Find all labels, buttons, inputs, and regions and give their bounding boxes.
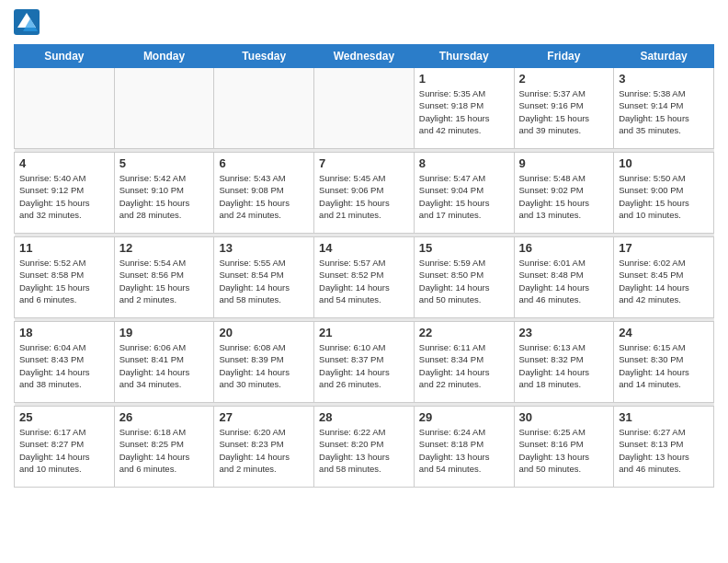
calendar-day-cell: 29Sunrise: 6:24 AMSunset: 8:18 PMDayligh…: [414, 407, 514, 488]
col-friday: Friday: [514, 45, 614, 68]
day-number: 28: [319, 410, 409, 424]
calendar-week-row: 1Sunrise: 5:35 AMSunset: 9:18 PMDaylight…: [15, 68, 714, 149]
day-number: 31: [619, 410, 709, 424]
calendar-day-cell: [114, 68, 214, 149]
day-info: Sunrise: 6:27 AMSunset: 8:13 PMDaylight:…: [619, 426, 709, 475]
day-info: Sunrise: 5:40 AMSunset: 9:12 PMDaylight:…: [19, 172, 109, 221]
day-info: Sunrise: 6:04 AMSunset: 8:43 PMDaylight:…: [19, 341, 109, 390]
calendar-day-cell: 8Sunrise: 5:47 AMSunset: 9:04 PMDaylight…: [414, 153, 514, 234]
calendar-day-cell: 22Sunrise: 6:11 AMSunset: 8:34 PMDayligh…: [414, 322, 514, 403]
day-info: Sunrise: 6:20 AMSunset: 8:23 PMDaylight:…: [219, 426, 309, 475]
calendar-day-cell: 19Sunrise: 6:06 AMSunset: 8:41 PMDayligh…: [114, 322, 214, 403]
calendar-day-cell: [15, 68, 115, 149]
day-info: Sunrise: 6:11 AMSunset: 8:34 PMDaylight:…: [419, 341, 509, 390]
calendar-day-cell: 6Sunrise: 5:43 AMSunset: 9:08 PMDaylight…: [214, 153, 314, 234]
day-info: Sunrise: 5:45 AMSunset: 9:06 PMDaylight:…: [319, 172, 409, 221]
calendar-day-cell: 17Sunrise: 6:02 AMSunset: 8:45 PMDayligh…: [614, 237, 714, 318]
calendar-day-cell: 9Sunrise: 5:48 AMSunset: 9:02 PMDaylight…: [514, 153, 614, 234]
day-number: 25: [19, 410, 109, 424]
day-number: 2: [519, 72, 609, 86]
calendar-day-cell: 3Sunrise: 5:38 AMSunset: 9:14 PMDaylight…: [614, 68, 714, 149]
day-info: Sunrise: 5:42 AMSunset: 9:10 PMDaylight:…: [119, 172, 210, 221]
col-thursday: Thursday: [414, 45, 514, 68]
calendar-day-cell: 7Sunrise: 5:45 AMSunset: 9:06 PMDaylight…: [314, 153, 415, 234]
day-number: 15: [419, 241, 509, 255]
day-number: 13: [219, 241, 309, 255]
day-number: 10: [619, 156, 709, 170]
day-number: 9: [519, 156, 609, 170]
calendar-day-cell: 11Sunrise: 5:52 AMSunset: 8:58 PMDayligh…: [15, 237, 115, 318]
day-info: Sunrise: 5:57 AMSunset: 8:52 PMDaylight:…: [319, 257, 409, 305]
day-number: 8: [419, 156, 509, 170]
calendar-day-cell: 14Sunrise: 5:57 AMSunset: 8:52 PMDayligh…: [314, 237, 415, 318]
day-info: Sunrise: 6:10 AMSunset: 8:37 PMDaylight:…: [319, 341, 409, 390]
day-number: 7: [319, 156, 409, 170]
day-number: 12: [119, 241, 210, 255]
col-saturday: Saturday: [614, 45, 714, 68]
day-info: Sunrise: 6:01 AMSunset: 8:48 PMDaylight:…: [519, 257, 609, 305]
calendar-day-cell: 4Sunrise: 5:40 AMSunset: 9:12 PMDaylight…: [15, 153, 115, 234]
day-info: Sunrise: 5:50 AMSunset: 9:00 PMDaylight:…: [619, 172, 709, 221]
day-info: Sunrise: 6:08 AMSunset: 8:39 PMDaylight:…: [219, 341, 309, 390]
day-number: 1: [419, 72, 509, 86]
calendar-day-cell: 2Sunrise: 5:37 AMSunset: 9:16 PMDaylight…: [514, 68, 614, 149]
day-info: Sunrise: 6:02 AMSunset: 8:45 PMDaylight:…: [619, 257, 709, 305]
calendar-day-cell: 1Sunrise: 5:35 AMSunset: 9:18 PMDaylight…: [414, 68, 514, 149]
calendar-day-cell: 27Sunrise: 6:20 AMSunset: 8:23 PMDayligh…: [214, 407, 314, 488]
day-number: 17: [619, 241, 709, 255]
logo: [14, 9, 43, 35]
day-number: 3: [619, 72, 709, 86]
col-tuesday: Tuesday: [214, 45, 314, 68]
calendar-day-cell: 26Sunrise: 6:18 AMSunset: 8:25 PMDayligh…: [114, 407, 214, 488]
page-header: [14, 9, 714, 35]
day-number: 30: [519, 410, 609, 424]
day-info: Sunrise: 5:55 AMSunset: 8:54 PMDaylight:…: [219, 257, 309, 305]
calendar-day-cell: 24Sunrise: 6:15 AMSunset: 8:30 PMDayligh…: [614, 322, 714, 403]
calendar-day-cell: 25Sunrise: 6:17 AMSunset: 8:27 PMDayligh…: [15, 407, 115, 488]
calendar-day-cell: 28Sunrise: 6:22 AMSunset: 8:20 PMDayligh…: [314, 407, 415, 488]
col-monday: Monday: [114, 45, 214, 68]
calendar-table: Sunday Monday Tuesday Wednesday Thursday…: [14, 44, 714, 488]
calendar-day-cell: 30Sunrise: 6:25 AMSunset: 8:16 PMDayligh…: [514, 407, 614, 488]
day-number: 21: [319, 326, 409, 339]
day-number: 27: [219, 410, 309, 424]
day-info: Sunrise: 6:15 AMSunset: 8:30 PMDaylight:…: [619, 341, 709, 390]
calendar-day-cell: 15Sunrise: 5:59 AMSunset: 8:50 PMDayligh…: [414, 237, 514, 318]
day-number: 14: [319, 241, 409, 255]
day-number: 11: [19, 241, 109, 255]
col-wednesday: Wednesday: [314, 45, 415, 68]
day-number: 23: [519, 326, 609, 339]
calendar-day-cell: 10Sunrise: 5:50 AMSunset: 9:00 PMDayligh…: [614, 153, 714, 234]
day-info: Sunrise: 6:24 AMSunset: 8:18 PMDaylight:…: [419, 426, 509, 475]
logo-icon: [14, 9, 40, 35]
calendar-day-cell: 16Sunrise: 6:01 AMSunset: 8:48 PMDayligh…: [514, 237, 614, 318]
day-info: Sunrise: 5:43 AMSunset: 9:08 PMDaylight:…: [219, 172, 309, 221]
calendar-day-cell: 18Sunrise: 6:04 AMSunset: 8:43 PMDayligh…: [15, 322, 115, 403]
calendar-day-cell: 12Sunrise: 5:54 AMSunset: 8:56 PMDayligh…: [114, 237, 214, 318]
calendar-day-cell: 13Sunrise: 5:55 AMSunset: 8:54 PMDayligh…: [214, 237, 314, 318]
day-info: Sunrise: 5:52 AMSunset: 8:58 PMDaylight:…: [19, 257, 109, 305]
day-number: 5: [119, 156, 210, 170]
header-row: Sunday Monday Tuesday Wednesday Thursday…: [15, 45, 714, 68]
day-info: Sunrise: 5:47 AMSunset: 9:04 PMDaylight:…: [419, 172, 509, 221]
calendar-day-cell: 23Sunrise: 6:13 AMSunset: 8:32 PMDayligh…: [514, 322, 614, 403]
day-info: Sunrise: 6:18 AMSunset: 8:25 PMDaylight:…: [119, 426, 210, 475]
calendar-day-cell: 20Sunrise: 6:08 AMSunset: 8:39 PMDayligh…: [214, 322, 314, 403]
day-number: 20: [219, 326, 309, 339]
day-info: Sunrise: 6:17 AMSunset: 8:27 PMDaylight:…: [19, 426, 109, 475]
day-info: Sunrise: 5:59 AMSunset: 8:50 PMDaylight:…: [419, 257, 509, 305]
col-sunday: Sunday: [15, 45, 115, 68]
day-info: Sunrise: 5:54 AMSunset: 8:56 PMDaylight:…: [119, 257, 210, 305]
day-info: Sunrise: 6:13 AMSunset: 8:32 PMDaylight:…: [519, 341, 609, 390]
day-number: 18: [19, 326, 109, 339]
day-number: 29: [419, 410, 509, 424]
calendar-day-cell: [214, 68, 314, 149]
day-info: Sunrise: 5:37 AMSunset: 9:16 PMDaylight:…: [519, 87, 609, 136]
day-number: 6: [219, 156, 309, 170]
day-number: 22: [419, 326, 509, 339]
calendar-week-row: 25Sunrise: 6:17 AMSunset: 8:27 PMDayligh…: [15, 407, 714, 488]
calendar-week-row: 11Sunrise: 5:52 AMSunset: 8:58 PMDayligh…: [15, 237, 714, 318]
day-info: Sunrise: 5:48 AMSunset: 9:02 PMDaylight:…: [519, 172, 609, 221]
day-number: 16: [519, 241, 609, 255]
day-number: 4: [19, 156, 109, 170]
